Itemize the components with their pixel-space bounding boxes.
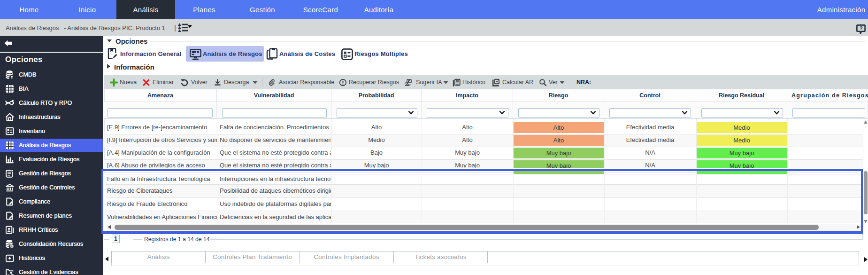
svg-text:?: ? — [860, 25, 863, 31]
